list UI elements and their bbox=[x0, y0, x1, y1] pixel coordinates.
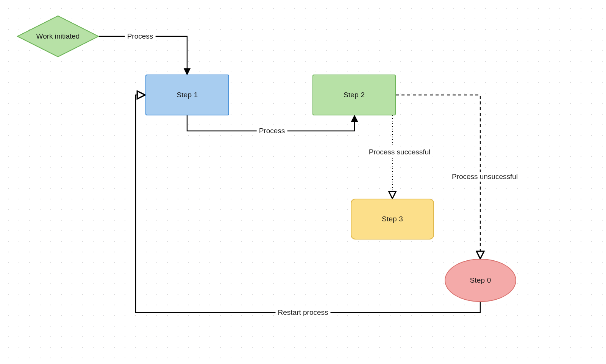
diagram-canvas[interactable]: Process Process Process successful Proce… bbox=[0, 0, 606, 364]
node-step-0-label: Step 0 bbox=[470, 276, 491, 285]
edge-label-success: Process successful bbox=[367, 147, 433, 157]
edge-label-unsuccessful: Process unsucessful bbox=[450, 172, 520, 182]
edge-label-process-2: Process bbox=[257, 126, 287, 136]
node-work-initiated-label: Work initiated bbox=[17, 15, 99, 58]
edge-process-1 bbox=[99, 36, 187, 75]
edge-label-restart: Restart process bbox=[275, 308, 330, 317]
node-step-2-label: Step 2 bbox=[344, 91, 365, 99]
node-step-3-label: Step 3 bbox=[382, 215, 403, 223]
node-step-1[interactable]: Step 1 bbox=[145, 75, 229, 115]
edge-label-process-1: Process bbox=[125, 31, 156, 41]
node-step-3[interactable]: Step 3 bbox=[351, 199, 434, 240]
node-work-initiated[interactable]: Work initiated bbox=[17, 15, 99, 58]
node-step-1-label: Step 1 bbox=[176, 91, 198, 99]
node-step-2[interactable]: Step 2 bbox=[312, 75, 396, 115]
node-step-0[interactable]: Step 0 bbox=[445, 259, 516, 302]
